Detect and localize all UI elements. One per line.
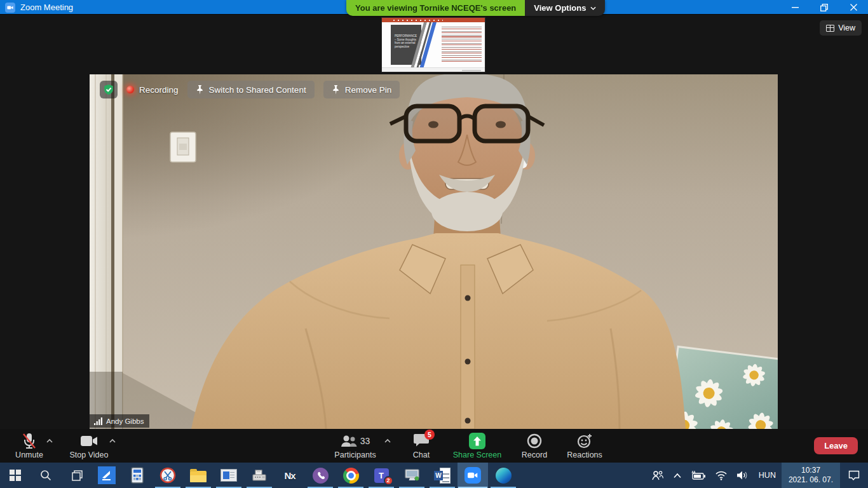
windows-taskbar: Nx T 2 W xyxy=(0,463,868,488)
clock-time: 10:37 xyxy=(801,466,820,475)
audio-level-bars-icon xyxy=(94,417,102,425)
task-view-icon xyxy=(71,470,83,481)
language-indicator[interactable]: HUN xyxy=(753,463,782,488)
nx-app-button[interactable]: Nx xyxy=(275,463,305,488)
edge-button[interactable] xyxy=(488,463,519,488)
window-title: Zoom Meeting xyxy=(20,3,73,12)
battery-tray-button[interactable] xyxy=(686,463,710,488)
minimize-button[interactable] xyxy=(780,0,810,15)
slide-preview: PERFORMANCE – Some thoughts from an exte… xyxy=(382,22,485,67)
fax-app-button[interactable] xyxy=(244,463,275,488)
record-button[interactable]: Record xyxy=(512,432,557,459)
file-explorer-button[interactable] xyxy=(183,463,214,488)
participants-icon xyxy=(341,435,357,447)
chat-button[interactable]: 5 Chat xyxy=(400,432,442,459)
audio-options-caret[interactable] xyxy=(46,438,53,444)
chrome-button[interactable] xyxy=(336,463,366,488)
wifi-tray-button[interactable] xyxy=(710,463,732,488)
powerpoint-titlebar xyxy=(382,18,485,22)
menu-dashes xyxy=(393,20,443,21)
close-button[interactable] xyxy=(839,0,868,15)
shared-screen-thumbnail[interactable]: PERFORMANCE – Some thoughts from an exte… xyxy=(382,18,485,72)
stop-video-label: Stop Video xyxy=(64,451,114,459)
recording-indicator: Recording xyxy=(126,85,179,95)
remove-pin-button[interactable]: Remove Pin xyxy=(323,81,400,98)
remote-desktop-button[interactable] xyxy=(397,463,427,488)
stop-video-button[interactable]: Stop Video xyxy=(64,432,114,459)
speaker-icon xyxy=(736,470,749,480)
clock-date: 2021. 06. 07. xyxy=(789,475,833,485)
task-view-button[interactable] xyxy=(61,463,92,488)
zoom-meeting-window: Zoom Meeting You are viewing Tornike NCE… xyxy=(0,0,868,488)
view-options-button[interactable]: View Options xyxy=(525,0,605,16)
chrome-icon xyxy=(343,468,359,484)
viewing-banner-text: You are viewing Tornike NCEQE's screen xyxy=(346,0,525,16)
video-overlay-controls: Recording Switch to Shared Content Remov… xyxy=(100,81,400,98)
leave-button[interactable]: Leave xyxy=(814,437,858,454)
volume-tray-button[interactable] xyxy=(732,463,753,488)
calculator-button[interactable] xyxy=(122,463,153,488)
clock[interactable]: 10:37 2021. 06. 07. xyxy=(782,463,840,488)
recording-label: Recording xyxy=(139,85,179,95)
powerpoint-statusbar xyxy=(382,67,485,72)
remove-pin-label: Remove Pin xyxy=(345,85,392,95)
wifi-icon xyxy=(715,471,728,480)
people-tray-button[interactable] xyxy=(647,463,668,488)
windows-logo-icon xyxy=(10,470,21,481)
scanner-app-button[interactable] xyxy=(92,463,122,488)
camera-icon xyxy=(81,435,98,447)
participants-count: 33 xyxy=(360,436,370,446)
slide-text-lines xyxy=(442,27,482,64)
participant-name: Andy Gibbs xyxy=(106,417,144,425)
zoom-app-icon xyxy=(5,3,15,13)
share-screen-icon xyxy=(469,433,485,449)
calculator-icon xyxy=(130,467,144,484)
pin-icon xyxy=(196,85,204,95)
snipping-tool-icon xyxy=(159,467,176,484)
zoom-taskbar-button[interactable] xyxy=(458,463,488,488)
hidden-icons-button[interactable] xyxy=(668,463,686,488)
people-icon xyxy=(651,470,664,480)
unmute-button[interactable]: Unmute xyxy=(6,432,52,459)
image-viewer-button[interactable] xyxy=(214,463,244,488)
teams-button[interactable]: T 2 xyxy=(366,463,397,488)
search-button[interactable] xyxy=(31,463,61,488)
switch-to-shared-content-button[interactable]: Switch to Shared Content xyxy=(187,81,315,98)
unmute-label: Unmute xyxy=(6,451,52,459)
viber-icon xyxy=(313,468,329,484)
reactions-smiley-icon xyxy=(577,433,592,449)
restore-button[interactable] xyxy=(810,0,839,15)
chat-unread-badge: 5 xyxy=(424,430,435,440)
shield-check-icon xyxy=(103,84,114,95)
word-letter: W xyxy=(434,471,443,480)
chevron-up-icon xyxy=(673,473,682,478)
scanner-app-icon xyxy=(98,466,116,484)
gallery-grid-icon xyxy=(826,25,834,32)
action-center-button[interactable] xyxy=(840,463,868,488)
viber-button[interactable] xyxy=(305,463,336,488)
minimize-icon xyxy=(792,7,799,8)
participants-options-caret[interactable] xyxy=(384,438,391,444)
share-screen-button[interactable]: Share Screen xyxy=(448,432,506,459)
action-center-icon xyxy=(848,470,860,480)
word-button[interactable]: W xyxy=(427,463,458,488)
record-icon xyxy=(527,433,542,449)
start-button[interactable] xyxy=(0,463,31,488)
snipping-tool-button[interactable] xyxy=(153,463,183,488)
view-options-label: View Options xyxy=(534,3,586,13)
zoom-camera-icon xyxy=(465,467,481,484)
nx-app-icon: Nx xyxy=(284,470,295,481)
pinned-video-andy-gibbs[interactable]: Recording Switch to Shared Content Remov… xyxy=(90,74,778,429)
participants-label: Participants xyxy=(326,451,384,459)
reactions-button[interactable]: Reactions xyxy=(558,432,611,459)
window-controls xyxy=(780,0,868,15)
meeting-toolbar: Unmute Stop Video 33 Participants xyxy=(0,429,868,463)
teams-icon: T 2 xyxy=(374,468,389,483)
pin-icon xyxy=(332,85,340,95)
battery-charging-icon xyxy=(691,470,706,480)
video-options-caret[interactable] xyxy=(109,438,116,444)
view-layout-button[interactable]: View xyxy=(820,20,862,36)
encryption-shield-button[interactable] xyxy=(100,81,118,98)
folder-icon xyxy=(190,471,207,482)
participants-button[interactable]: 33 Participants xyxy=(326,432,384,459)
